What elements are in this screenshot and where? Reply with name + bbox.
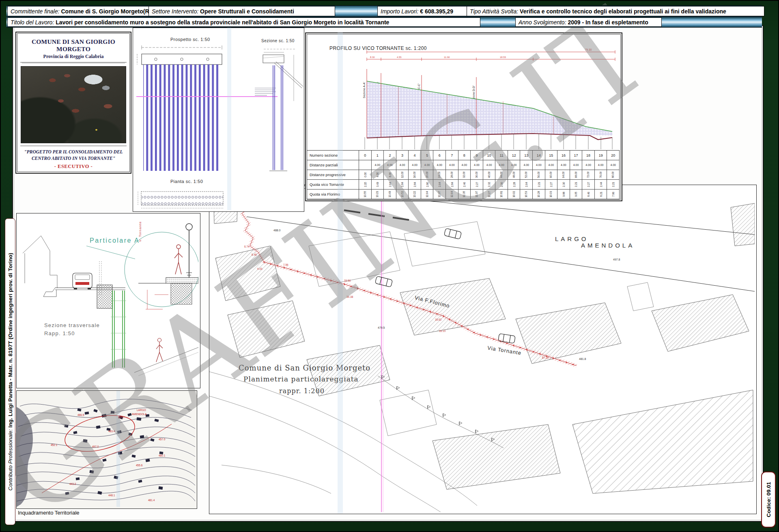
panel-prospetto: Prospetto sc. 1:50 Sezione sc. 1:50 Pian… [133, 28, 304, 212]
redlab-label: AMENDOLA [132, 413, 146, 416]
profile-cell: 12.00 [396, 170, 409, 180]
aerial-photo [21, 66, 126, 143]
redlab-label: 497.0 [92, 445, 99, 448]
profile-cell: 4.00 [372, 160, 384, 170]
profile-cell: 44.00 [495, 170, 508, 180]
wdim-label: 34.38 [346, 295, 353, 298]
profile-cell: 4.00 [458, 160, 471, 170]
profile-cell: 4.00 [446, 160, 458, 170]
field-value: Lavori per consolidamento muro a sostegn… [56, 19, 389, 26]
profile-cell: 32.00 [458, 170, 471, 180]
profile-cell: 2.84 [396, 180, 409, 190]
profile-cell: 24.00 [433, 170, 446, 180]
profile-cell: 36.00 [471, 170, 483, 180]
wdim-label: 7.56 [283, 263, 288, 266]
panel-profilo: PROFILO SU VICO TORNANTE sc. 1:200 79.30… [305, 32, 622, 201]
profile-row-label: Distanze progressive [307, 170, 359, 180]
profile-cell: 15 [545, 151, 558, 160]
profile-cell: 4.00 [533, 160, 545, 170]
profile-cell: 72.00 [582, 170, 595, 180]
particolare-callout: Particolare A [90, 237, 140, 244]
profile-cell: 2.46 [458, 180, 471, 190]
profile-cell: 2.21 [533, 180, 545, 190]
profile-cell: 2.64 [433, 180, 446, 190]
elev-label: 497.8 [613, 258, 620, 261]
profile-cell: 12.97 [433, 190, 446, 199]
profile-cell: 12.35 [458, 190, 471, 199]
profile-cell: 4.00 [545, 160, 558, 170]
elev-label: 488.0 [273, 229, 281, 232]
profile-cell: 4.00 [433, 160, 446, 170]
profile-cell: 2.80 [421, 180, 434, 190]
comune-subtitle: Provincia di Reggio Calabria [16, 54, 131, 60]
sidebar-credit: Contributo ProfessionaleIng. Luigi Panet… [5, 218, 15, 525]
profile-cell: 4.00 [483, 160, 496, 170]
profile-cell: 13.21 [372, 190, 384, 199]
profile-cell: 4.00 [384, 160, 396, 170]
profile-cell: 8.46 [582, 190, 595, 199]
plan-title-3: rappr. 1:200 [279, 387, 325, 395]
profile-cell: 4.00 [595, 160, 607, 170]
profile-cell: 2.21 [607, 180, 620, 190]
panel-comune: COMUNE DI SAN GIORGIO MORGETO Provincia … [15, 32, 131, 174]
wdim-label: 8.48 [252, 253, 257, 256]
profile-cell: 2.28 [508, 180, 521, 190]
profile-cell: 10.53 [520, 190, 533, 199]
profile-row-label: Numero sezione [307, 151, 359, 160]
profile-cell: 8 [458, 151, 471, 160]
profile-cell: 12.64 [446, 190, 458, 199]
label-largo: LARGO [555, 235, 589, 242]
particolare-caption-1: Sezione trasversale [44, 322, 100, 328]
profile-cell: 7 [446, 151, 458, 160]
redlab-label: 486.5 [77, 414, 84, 416]
profile-cell: 76.00 [595, 170, 607, 180]
profile-cell: 68.00 [570, 170, 583, 180]
profile-cell: 13.52 [396, 190, 409, 199]
sezione-title: Sezione sc. 1:50 [261, 39, 295, 43]
profile-cell: 14 [533, 151, 545, 160]
profile-cell: 2.27 [545, 180, 558, 190]
profilo-drawing: 79.30 8.30 4.55 11.90 18.55 Sezione A-A'… [306, 33, 620, 149]
plan-title-1: Comune di San Giorgio Morgeto [239, 364, 370, 372]
field-committente: Committente finale Comune di S. Giorgio … [7, 6, 149, 16]
profile-cell: 40.00 [483, 170, 496, 180]
prospetto-title: Prospetto sc. 1:50 [170, 37, 210, 42]
wdim-label: 9.03 [257, 267, 263, 270]
profile-row-label: Quota vico Tornante [307, 180, 359, 190]
field-importo: Importo Lavori € 608.395,29 [377, 6, 470, 16]
svg-text:11.90: 11.90 [444, 56, 450, 58]
svg-text:8.30: 8.30 [370, 56, 375, 58]
profile-cell: 16.00 [409, 170, 421, 180]
profile-cell: 13.49 [384, 190, 396, 199]
territorial-map [17, 391, 195, 507]
profile-cell: 4.00 [409, 160, 421, 170]
profile-cell: 13.22 [409, 190, 421, 199]
profile-cell: 2.27 [471, 180, 483, 190]
profile-cell: 12 [508, 151, 521, 160]
profile-cell: 28.00 [446, 170, 458, 180]
profile-cell: 4.00 [508, 160, 521, 170]
profile-cell: 10.81 [495, 190, 508, 199]
svg-text:18.55: 18.55 [500, 56, 506, 58]
field-settore: Settore Intervento Opere Strutturali e C… [148, 6, 335, 16]
profile-cell: 4.00 [471, 160, 483, 170]
svg-text:Sezione A-A': Sezione A-A' [363, 82, 366, 98]
profile-cell: 11 [495, 151, 508, 160]
profile-cell: 4.00 [372, 170, 384, 180]
field-label: Tipo Attività Svolta [470, 8, 520, 15]
profile-cell: 7.86 [607, 190, 620, 199]
profile-cell: 2.15 [359, 180, 372, 190]
profile-cell: 4.00 [396, 160, 409, 170]
map-caption: Inquadramento Territoriale [18, 510, 80, 516]
redlab-label: LARGO [137, 409, 146, 411]
profile-cell: 18 [582, 151, 595, 160]
elev-label: 479.5 [378, 326, 385, 329]
redlab-label: 448.1 [108, 494, 115, 497]
panel-particolare: Particolare A Sezione trasversale Rapp. … [16, 213, 200, 388]
profile-cell: 1 [372, 151, 384, 160]
profile-cell: 64.00 [557, 170, 570, 180]
wdim-label: 87.30 [542, 356, 549, 359]
profile-cell: 4.00 [421, 160, 434, 170]
profile-cell: 8.21 [595, 190, 607, 199]
field-label: Titolo del Lavoro [11, 19, 56, 26]
